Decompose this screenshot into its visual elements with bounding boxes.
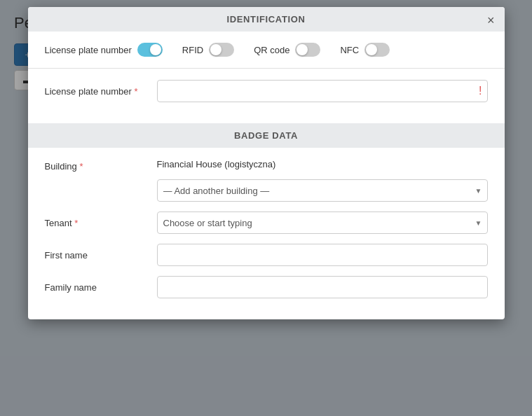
first-name-input[interactable] bbox=[157, 244, 488, 266]
license-plate-input[interactable] bbox=[157, 80, 488, 102]
modal-close-button[interactable]: × bbox=[487, 14, 495, 27]
tenant-label: Tenant * bbox=[45, 218, 157, 228]
toggle-rfid-label: RFID bbox=[182, 45, 203, 55]
badge-data-header: BADGE DATA bbox=[28, 123, 505, 148]
toggle-rfid[interactable]: RFID bbox=[182, 43, 234, 57]
warning-icon: ! bbox=[479, 85, 482, 97]
toggle-nfc-switch[interactable] bbox=[364, 43, 390, 57]
building-select[interactable]: — Add another building — bbox=[157, 179, 488, 202]
toggle-qr-code-switch[interactable] bbox=[295, 43, 320, 57]
first-name-row: First name bbox=[45, 244, 488, 266]
toggle-qr-code[interactable]: QR code bbox=[254, 43, 320, 57]
first-name-label: First name bbox=[45, 250, 157, 261]
modal: × IDENTIFICATION License plate number RF… bbox=[28, 7, 505, 319]
license-plate-label: License plate number * bbox=[45, 86, 157, 97]
toggle-qr-code-label: QR code bbox=[254, 45, 289, 55]
license-plate-required: * bbox=[134, 86, 137, 97]
license-plate-row: License plate number * ! bbox=[45, 80, 488, 102]
identification-header: IDENTIFICATION bbox=[28, 7, 505, 32]
toggle-rfid-switch[interactable] bbox=[209, 43, 234, 57]
family-name-input[interactable] bbox=[157, 276, 488, 298]
modal-backdrop: × IDENTIFICATION License plate number RF… bbox=[0, 0, 532, 416]
building-selected-info: Financial House (logistyczna) bbox=[157, 159, 488, 169]
tenant-required: * bbox=[74, 218, 78, 228]
toggle-license-plate[interactable]: License plate number bbox=[45, 43, 163, 57]
building-label: Building * bbox=[45, 161, 83, 172]
toggle-license-plate-label: License plate number bbox=[45, 45, 132, 55]
toggles-row: License plate number RFID QR code bbox=[28, 32, 505, 69]
tenant-select[interactable]: Choose or start typing bbox=[157, 212, 488, 234]
badge-data-section: Building * Financial House (logistyczna)… bbox=[28, 148, 505, 319]
building-required: * bbox=[79, 161, 83, 172]
license-plate-input-wrapper: ! bbox=[157, 80, 488, 102]
toggle-license-plate-switch[interactable] bbox=[137, 43, 163, 57]
building-select-wrapper: — Add another building — ▼ bbox=[157, 179, 488, 202]
family-name-row: Family name bbox=[45, 276, 488, 298]
building-right-col: Financial House (logistyczna) — Add anot… bbox=[157, 159, 488, 202]
family-name-label: Family name bbox=[45, 282, 157, 293]
building-row: Building * Financial House (logistyczna)… bbox=[45, 159, 488, 202]
toggle-nfc-label: NFC bbox=[340, 45, 359, 55]
tenant-row: Tenant * Choose or start typing ▼ bbox=[45, 212, 488, 234]
tenant-select-wrapper: Choose or start typing ▼ bbox=[157, 212, 488, 234]
license-plate-section: License plate number * ! bbox=[28, 69, 505, 123]
toggle-nfc[interactable]: NFC bbox=[340, 43, 390, 57]
